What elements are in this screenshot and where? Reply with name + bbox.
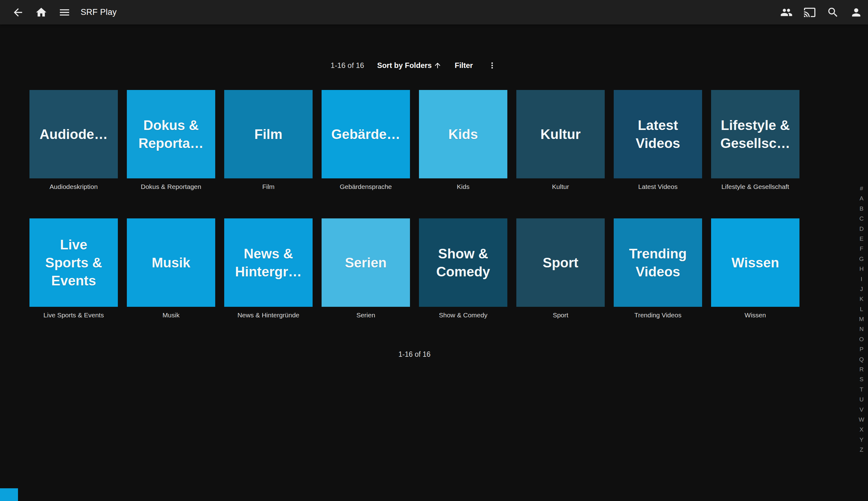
tile-grid: Audiode… Audiodeskription Dokus & Report… [30,90,800,319]
back-button[interactable] [8,2,28,22]
tile-title: News & Hintergr… [235,245,302,281]
tile[interactable]: Film [224,90,313,178]
profile-button[interactable] [846,2,866,22]
tile-cell: Wissen Wissen [711,218,800,319]
tile-caption: Sport [516,311,605,319]
alphabet-letter[interactable]: M [857,314,866,324]
page-title: SRF Play [80,8,117,17]
alphabet-letter[interactable]: Y [857,435,866,445]
menu-icon [58,6,71,19]
tile-title: Lifestyle & Gesellsc… [720,116,790,152]
tile[interactable]: Sport [516,218,605,307]
alphabet-letter[interactable]: I [857,274,866,284]
arrow-up-icon [434,62,442,70]
tile-caption: Latest Videos [614,183,702,191]
alphabet-letter[interactable]: K [857,294,866,304]
alphabet-letter[interactable]: F [857,244,866,254]
alphabet-letter[interactable]: B [857,204,866,214]
alphabet-letter[interactable]: L [857,304,866,314]
tile-cell: News & Hintergr… News & Hintergründe [224,218,313,319]
alphabet-letter[interactable]: A [857,194,866,203]
tile[interactable]: Gebärde… [322,90,410,178]
tile[interactable]: Trending Videos [614,218,702,307]
alphabet-letter[interactable]: O [857,334,866,344]
alphabet-letter[interactable]: T [857,385,866,395]
group-button[interactable] [777,2,796,22]
tile-caption: Lifestyle & Gesellschaft [711,183,800,191]
tile-cell: Musik Musik [127,218,215,319]
search-button[interactable] [823,2,843,22]
more-vert-icon [488,61,497,70]
tile[interactable]: Lifestyle & Gesellsc… [711,90,800,178]
alphabet-letter[interactable]: V [857,405,866,415]
alphabet-letter[interactable]: U [857,395,866,405]
tile[interactable]: Audiode… [30,90,118,178]
sort-button[interactable]: Sort by Folders [377,61,442,70]
alphabet-letter[interactable]: H [857,264,866,274]
alphabet-letter[interactable]: C [857,214,866,224]
tile-caption: Gebärdensprache [322,183,410,191]
tile[interactable]: Show & Comedy [419,218,507,307]
topbar: SRF Play [0,0,868,24]
alphabet-letter[interactable]: R [857,364,866,374]
alphabet-letter[interactable]: D [857,224,866,234]
tile[interactable]: Serien [322,218,410,307]
tile[interactable]: Live Sports & Events [30,218,118,307]
group-icon [780,6,793,19]
tile-caption: Musik [127,311,215,319]
alphabet-letter[interactable]: G [857,254,866,264]
home-icon [35,6,47,19]
tile[interactable]: Kultur [516,90,605,178]
tile-caption: Serien [322,311,410,319]
tile[interactable]: Musik [127,218,215,307]
tile-caption: Show & Comedy [419,311,507,319]
tile-caption: Wissen [711,311,800,319]
tile[interactable]: Latest Videos [614,90,702,178]
tile-cell: Sport Sport [516,218,605,319]
toolbar: 1-16 of 16 Sort by Folders Filter [30,59,800,72]
tile-title: Dokus & Reporta… [138,116,204,152]
more-button[interactable] [486,59,498,72]
alphabet-letter[interactable]: W [857,415,866,425]
alphabet-letter[interactable]: J [857,284,866,294]
alphabet-letter[interactable]: Q [857,354,866,364]
cast-icon [803,6,816,19]
tile-cell: Lifestyle & Gesellsc… Lifestyle & Gesell… [711,90,800,191]
tile[interactable]: Kids [419,90,507,178]
cast-button[interactable] [800,2,820,22]
menu-button[interactable] [55,2,74,22]
tile-cell: Audiode… Audiodeskription [30,90,118,191]
tile-cell: Show & Comedy Show & Comedy [419,218,507,319]
tile-cell: Kids Kids [419,90,507,191]
alphabet-letter[interactable]: X [857,425,866,435]
tile-caption: Live Sports & Events [30,311,118,319]
alphabet-letter[interactable]: E [857,234,866,244]
tile-title: Trending Videos [629,245,687,281]
tile[interactable]: Wissen [711,218,800,307]
tile-caption: Dokus & Reportagen [127,183,215,191]
alphabet-letter[interactable]: Z [857,445,866,455]
alphabet-letter[interactable]: S [857,374,866,384]
filter-button[interactable]: Filter [455,61,473,70]
tile-title: Show & Comedy [436,245,490,281]
back-icon [12,6,24,19]
tile-title: Musik [152,254,191,272]
alphabet-letter[interactable]: # [857,184,866,194]
tile-title: Film [254,125,282,143]
tile-caption: Audiodeskription [30,183,118,191]
sort-label: Sort by Folders [377,61,432,70]
tile-title: Gebärde… [331,125,400,143]
tile-title: Kultur [541,125,581,143]
filter-label: Filter [455,61,473,70]
tile-cell: Trending Videos Trending Videos [614,218,702,319]
tile-caption: Film [224,183,313,191]
home-button[interactable] [31,2,51,22]
alphabet-letter[interactable]: N [857,324,866,334]
tile-caption: Kids [419,183,507,191]
tile[interactable]: News & Hintergr… [224,218,313,307]
tile[interactable]: Dokus & Reporta… [127,90,215,178]
alphabet-rail: #ABCDEFGHIJKLMNOPQRSTUVWXYZ [857,184,866,455]
tile-title: Kids [448,125,478,143]
tile-caption: Kultur [516,183,605,191]
alphabet-letter[interactable]: P [857,344,866,354]
